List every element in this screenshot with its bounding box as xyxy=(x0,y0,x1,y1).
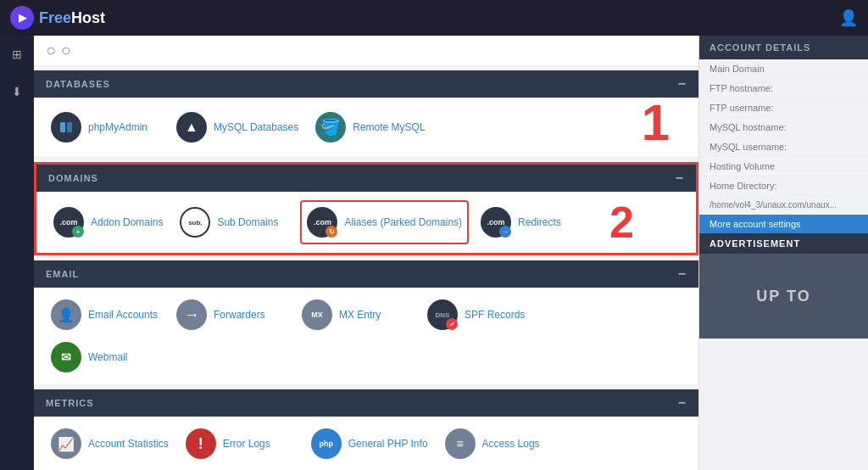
svg-rect-0 xyxy=(60,122,65,132)
domains-section: DOMAINS − .com + Addon Domains sub. xyxy=(34,162,698,255)
addon-domains-item[interactable]: .com + Addon Domains xyxy=(48,200,168,244)
sub-domains-icon: sub. xyxy=(180,207,210,238)
mx-entry-icon: MX xyxy=(302,299,332,330)
spf-records-icon: DNS ✓ xyxy=(427,299,458,330)
forwarders-label: Forwarders xyxy=(214,309,265,321)
svg-rect-1 xyxy=(67,122,72,132)
account-details-header: ACCOUNT DETAILS xyxy=(699,36,868,59)
email-accounts-item[interactable]: 👤 Email Accounts xyxy=(46,296,164,333)
aliases-badge: ↻ xyxy=(326,226,337,238)
sub-domains-item[interactable]: sub. Sub Domains xyxy=(175,200,293,244)
spf-badge: ✓ xyxy=(446,318,458,330)
domains-collapse[interactable]: − xyxy=(676,171,684,185)
access-logs-label: Access Logs xyxy=(482,438,540,450)
email-accounts-icon: 👤 xyxy=(51,299,81,330)
webmail-icon: ✉ xyxy=(51,342,81,372)
metrics-section: METRICS − 📈 Account Statistics ! Error L… xyxy=(34,389,698,470)
forwarders-icon: → xyxy=(176,299,207,330)
domains-label: DOMAINS xyxy=(48,173,98,183)
mysql-databases-label: MySQL Databases xyxy=(214,121,298,133)
email-header: EMAIL − xyxy=(34,260,698,288)
domains-header: DOMAINS − xyxy=(36,165,696,192)
mysql-databases-icon: ▲ xyxy=(176,112,207,143)
webmail-item[interactable]: ✉ Webmail xyxy=(46,339,215,376)
path-row: /home/vol4_3/unaux.com/unaux... xyxy=(699,196,868,215)
account-statistics-item[interactable]: 📈 Account Statistics xyxy=(46,425,174,462)
php-info-icon: php xyxy=(311,428,342,459)
remote-mysql-icon: 🪣 xyxy=(315,112,346,143)
databases-section: DATABASES − phpMyAdmin ▲ MySQL Databases xyxy=(34,70,698,157)
logo-text: FreeHost xyxy=(39,9,105,27)
aliases-item[interactable]: .com ↻ Aliases (Parked Domains) xyxy=(300,200,469,244)
mysql-username-row: MySQL username: xyxy=(699,137,868,157)
mx-entry-item[interactable]: MX MX Entry xyxy=(297,296,415,333)
left-sidebar: ⊞ ⬇ xyxy=(0,36,34,470)
error-logs-icon: ! xyxy=(186,428,216,459)
redirects-item[interactable]: .com → Redirects xyxy=(476,200,594,244)
ftp-username-label: FTP username: xyxy=(709,103,774,113)
hosting-volume-row: Hosting Volume xyxy=(699,157,868,176)
mysql-databases-item[interactable]: ▲ MySQL Databases xyxy=(171,106,303,148)
email-label: EMAIL xyxy=(46,269,79,279)
account-statistics-label: Account Statistics xyxy=(88,438,169,450)
mysql-hostname-label: MySQL hostname: xyxy=(709,122,787,132)
advertisement-header: ADVERTISEMENT xyxy=(699,233,868,254)
aliases-label: Aliases (Parked Domains) xyxy=(344,216,462,228)
metrics-collapse[interactable]: − xyxy=(678,396,687,410)
more-account-settings-link[interactable]: More account settings xyxy=(699,215,868,233)
mysql-username-label: MySQL username: xyxy=(709,142,787,152)
remote-mysql-item[interactable]: 🪣 Remote MySQL xyxy=(310,106,430,148)
user-menu-icon[interactable]: 👤 xyxy=(839,8,858,27)
advertisement-content: UP TO xyxy=(699,254,868,339)
topnav: ▶ FreeHost 👤 xyxy=(0,0,868,36)
addon-domains-label: Addon Domains xyxy=(91,216,163,228)
email-grid: 👤 Email Accounts → Forwarders MX MX Entr… xyxy=(34,288,698,384)
metrics-header: METRICS − xyxy=(34,389,698,417)
error-logs-label: Error Logs xyxy=(223,438,270,450)
spf-records-label: SPF Records xyxy=(465,309,525,321)
databases-header: DATABASES − xyxy=(34,70,698,98)
addon-badge: + xyxy=(72,226,84,238)
email-accounts-label: Email Accounts xyxy=(88,309,158,321)
php-info-item[interactable]: php General PHP Info xyxy=(306,425,433,462)
mx-entry-label: MX Entry xyxy=(339,309,381,321)
addon-domains-icon: .com + xyxy=(53,207,84,238)
home-directory-row: Home Directory: xyxy=(699,176,868,196)
number-2-badge: 2 xyxy=(601,200,634,244)
databases-collapse[interactable]: − xyxy=(678,77,687,91)
email-collapse[interactable]: − xyxy=(678,267,687,281)
error-logs-item[interactable]: ! Error Logs xyxy=(181,425,299,462)
email-section: EMAIL − 👤 Email Accounts → Forwarders MX… xyxy=(34,260,698,384)
domains-grid: .com + Addon Domains sub. Sub Domains .c… xyxy=(36,192,696,253)
logo-icon: ▶ xyxy=(10,6,34,30)
main-domain-row: Main Domain xyxy=(699,59,868,79)
phpmyadmin-item[interactable]: phpMyAdmin xyxy=(46,106,164,148)
remote-mysql-label: Remote MySQL xyxy=(353,121,425,133)
redirects-icon: .com → xyxy=(481,207,511,238)
hosting-volume-label: Hosting Volume xyxy=(709,161,775,171)
sub-domains-label: Sub Domains xyxy=(217,216,278,228)
phpmyadmin-icon xyxy=(51,112,81,143)
home-directory-label: Home Directory: xyxy=(709,181,776,191)
top-counters-area: ○ ○ xyxy=(34,36,698,65)
sidebar-download-icon[interactable]: ⬇ xyxy=(5,80,29,104)
number-1-badge: 1 xyxy=(642,98,687,148)
ftp-hostname-label: FTP hostname: xyxy=(709,83,773,93)
right-panel: ACCOUNT DETAILS Main Domain FTP hostname… xyxy=(698,36,868,470)
logo: ▶ FreeHost xyxy=(10,6,105,30)
databases-label: DATABASES xyxy=(46,79,110,89)
metrics-label: METRICS xyxy=(46,398,94,408)
sidebar-grid-icon[interactable]: ⊞ xyxy=(5,42,29,66)
redirects-badge: → xyxy=(499,226,511,238)
forwarders-item[interactable]: → Forwarders xyxy=(171,296,290,333)
webmail-label: Webmail xyxy=(88,351,127,363)
databases-grid: phpMyAdmin ▲ MySQL Databases 🪣 Remote My… xyxy=(34,98,698,157)
ad-text: UP TO xyxy=(756,288,810,305)
access-logs-icon: ≡ xyxy=(445,428,476,459)
redirects-label: Redirects xyxy=(518,216,561,228)
spf-records-item[interactable]: DNS ✓ SPF Records xyxy=(422,296,541,333)
php-info-label: General PHP Info xyxy=(348,438,428,450)
access-logs-item[interactable]: ≡ Access Logs xyxy=(440,425,559,462)
mysql-hostname-row: MySQL hostname: xyxy=(699,118,868,137)
ftp-username-row: FTP username: xyxy=(699,98,868,118)
